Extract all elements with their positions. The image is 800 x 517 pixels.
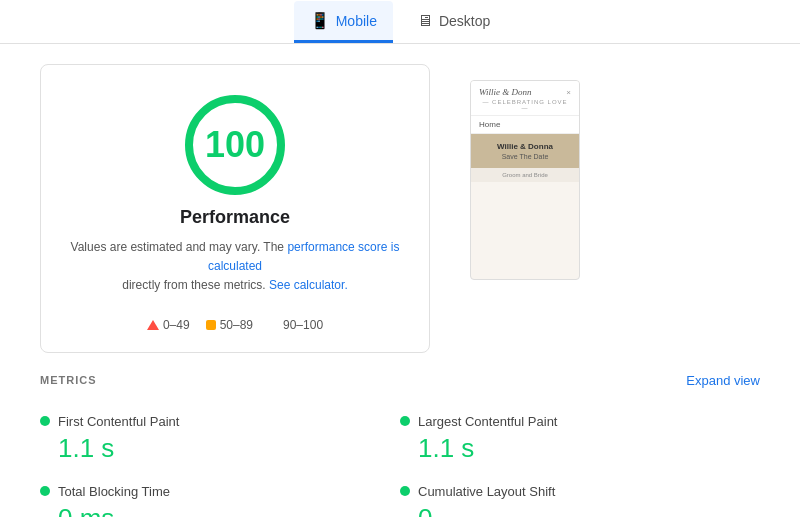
metric-cls-name: Cumulative Layout Shift bbox=[418, 484, 555, 499]
metric-fcp-name: First Contentful Paint bbox=[58, 414, 179, 429]
metric-fcp-value: 1.1 s bbox=[58, 433, 400, 464]
average-icon bbox=[206, 320, 216, 330]
main-content: 100 Performance Values are estimated and… bbox=[0, 44, 800, 373]
pass-icon bbox=[269, 320, 279, 330]
tab-mobile[interactable]: 📱 Mobile bbox=[294, 1, 393, 43]
legend-average: 50–89 bbox=[206, 318, 253, 332]
preview-hero-subtitle: Save The Date bbox=[479, 153, 571, 160]
score-desc-text: Values are estimated and may vary. The bbox=[71, 240, 284, 254]
metric-lcp: Largest Contentful Paint 1.1 s bbox=[400, 404, 760, 474]
legend-pass: 90–100 bbox=[269, 318, 323, 332]
score-description: Values are estimated and may vary. The p… bbox=[61, 238, 409, 296]
metrics-grid: First Contentful Paint 1.1 s Largest Con… bbox=[40, 404, 760, 517]
mobile-icon: 📱 bbox=[310, 11, 330, 30]
preview-subtitle: — CELEBRATING LOVE — bbox=[479, 99, 571, 111]
tab-desktop-label: Desktop bbox=[439, 13, 490, 29]
preview-site-title: Willie & Donn bbox=[479, 87, 532, 97]
metrics-header: METRICS Expand view bbox=[40, 373, 760, 388]
score-legend: 0–49 50–89 90–100 bbox=[147, 318, 323, 332]
preview-footer: Groom and Bride bbox=[471, 168, 579, 182]
tab-mobile-label: Mobile bbox=[336, 13, 377, 29]
legend-pass-range: 90–100 bbox=[283, 318, 323, 332]
metric-tbt: Total Blocking Time 0 ms bbox=[40, 474, 400, 517]
metric-tbt-row: Total Blocking Time bbox=[40, 484, 400, 499]
calculator-link[interactable]: See calculator. bbox=[269, 278, 348, 292]
metric-tbt-dot bbox=[40, 486, 50, 496]
score-label: Performance bbox=[180, 207, 290, 228]
metric-lcp-dot bbox=[400, 416, 410, 426]
metric-tbt-name: Total Blocking Time bbox=[58, 484, 170, 499]
metric-cls-row: Cumulative Layout Shift bbox=[400, 484, 760, 499]
metric-cls: Cumulative Layout Shift 0 bbox=[400, 474, 760, 517]
metric-cls-dot bbox=[400, 486, 410, 496]
desktop-icon: 🖥 bbox=[417, 12, 433, 30]
fail-icon bbox=[147, 320, 159, 330]
score-value: 100 bbox=[205, 124, 265, 166]
legend-fail-range: 0–49 bbox=[163, 318, 190, 332]
score-desc-text2: directly from these metrics. bbox=[122, 278, 265, 292]
preview-header: Willie & Donn × — CELEBRATING LOVE — bbox=[471, 81, 579, 116]
preview-hero: Willie & Donna Save The Date bbox=[471, 134, 579, 168]
metric-lcp-value: 1.1 s bbox=[418, 433, 760, 464]
preview-hero-title: Willie & Donna bbox=[479, 142, 571, 151]
site-preview: Willie & Donn × — CELEBRATING LOVE — Hom… bbox=[470, 80, 580, 280]
metric-cls-value: 0 bbox=[418, 503, 760, 517]
tab-desktop[interactable]: 🖥 Desktop bbox=[401, 2, 506, 43]
metrics-title: METRICS bbox=[40, 374, 97, 386]
score-circle: 100 bbox=[185, 95, 285, 195]
legend-average-range: 50–89 bbox=[220, 318, 253, 332]
metric-fcp-dot bbox=[40, 416, 50, 426]
metric-lcp-name: Largest Contentful Paint bbox=[418, 414, 557, 429]
metric-fcp: First Contentful Paint 1.1 s bbox=[40, 404, 400, 474]
metric-tbt-value: 0 ms bbox=[58, 503, 400, 517]
preview-nav: Home bbox=[471, 116, 579, 134]
expand-view-button[interactable]: Expand view bbox=[686, 373, 760, 388]
legend-fail: 0–49 bbox=[147, 318, 190, 332]
metric-fcp-row: First Contentful Paint bbox=[40, 414, 400, 429]
preview-close-icon: × bbox=[566, 88, 571, 97]
tabs-bar: 📱 Mobile 🖥 Desktop bbox=[0, 0, 800, 44]
score-panel: 100 Performance Values are estimated and… bbox=[40, 64, 430, 353]
metric-lcp-row: Largest Contentful Paint bbox=[400, 414, 760, 429]
metrics-section: METRICS Expand view First Contentful Pai… bbox=[0, 373, 800, 517]
